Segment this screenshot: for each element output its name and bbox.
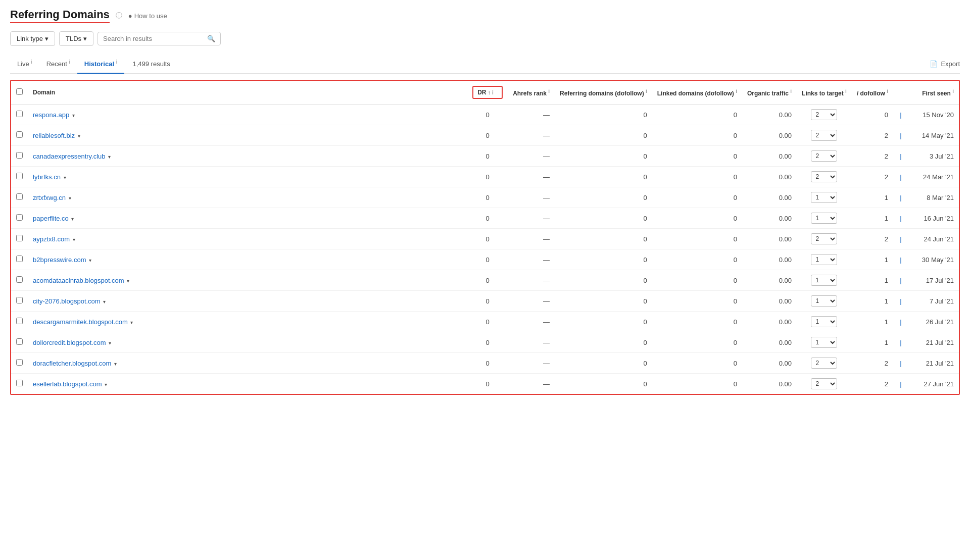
tab-historical[interactable]: Historical i: [77, 54, 125, 74]
domain-link-4[interactable]: zrtxfxwg.cn: [33, 194, 66, 201]
row-checkbox-13[interactable]: [16, 380, 23, 386]
domain-link-3[interactable]: lybrfks.cn: [33, 173, 61, 181]
links-to-target-select-4[interactable]: 1: [811, 192, 837, 203]
links-to-target-select-11[interactable]: 1: [811, 337, 837, 348]
bar-chart-icon-3[interactable]: |: [900, 173, 901, 181]
search-icon[interactable]: 🔍: [207, 35, 215, 42]
domain-link-2[interactable]: canadaexpressentry.club: [33, 152, 106, 160]
row-checkbox-12[interactable]: [16, 359, 23, 366]
bar-chart-icon-11[interactable]: |: [900, 339, 901, 346]
export-button[interactable]: 📄 Export: [930, 56, 960, 72]
link-type-dropdown[interactable]: Link type ▾: [10, 31, 55, 46]
cell-dr-13: 0: [467, 374, 508, 394]
links-to-target-info-icon[interactable]: i: [845, 88, 847, 94]
row-checkbox-6[interactable]: [16, 235, 23, 241]
bar-chart-icon-1[interactable]: |: [900, 132, 901, 139]
bar-chart-icon-9[interactable]: |: [900, 297, 901, 305]
select-all-checkbox[interactable]: [16, 88, 23, 95]
tab-recent[interactable]: Recent i: [39, 54, 77, 74]
links-to-target-select-10[interactable]: 1: [811, 316, 837, 327]
row-checkbox-4[interactable]: [16, 193, 23, 200]
row-checkbox-3[interactable]: [16, 173, 23, 179]
domain-dropdown-icon-13[interactable]: ▾: [105, 382, 107, 387]
links-to-target-select-7[interactable]: 1: [811, 254, 837, 265]
domain-dropdown-icon-0[interactable]: ▾: [72, 113, 75, 118]
domain-dropdown-icon-5[interactable]: ▾: [71, 216, 74, 222]
links-to-target-select-13[interactable]: 2: [811, 378, 837, 389]
cell-bar-9: |: [893, 291, 908, 312]
domain-link-6[interactable]: aypztx8.com: [33, 235, 70, 243]
bar-chart-icon-0[interactable]: |: [900, 111, 901, 119]
domain-dropdown-icon-8[interactable]: ▾: [127, 278, 129, 284]
bar-chart-icon-6[interactable]: |: [900, 235, 901, 243]
col-header-dr[interactable]: DR ↑ i: [472, 86, 503, 99]
bar-chart-icon-8[interactable]: |: [900, 277, 901, 284]
domain-dropdown-icon-4[interactable]: ▾: [69, 195, 71, 201]
cell-ahrefs-3: —: [508, 167, 555, 187]
bar-chart-icon-5[interactable]: |: [900, 215, 901, 222]
bar-chart-icon-12[interactable]: |: [900, 360, 901, 367]
domain-link-13[interactable]: esellerlab.blogspot.com: [33, 380, 102, 388]
organic-info-icon[interactable]: i: [790, 88, 792, 94]
title-info-icon[interactable]: ⓘ: [116, 11, 122, 20]
links-to-target-select-9[interactable]: 1: [811, 295, 837, 307]
cell-ref-domains-11: 0: [555, 332, 652, 353]
cell-dr-7: 0: [467, 249, 508, 270]
cell-dofollow-1: 2: [852, 125, 893, 146]
ahrefs-info-icon[interactable]: i: [548, 88, 550, 94]
domain-link-5[interactable]: paperflite.co: [33, 215, 69, 222]
col-header-domain: Domain: [33, 89, 55, 96]
tlds-dropdown[interactable]: TLDs ▾: [59, 31, 93, 46]
links-to-target-select-12[interactable]: 2: [811, 358, 837, 369]
domain-dropdown-icon-6[interactable]: ▾: [73, 237, 75, 242]
domain-dropdown-icon-9[interactable]: ▾: [103, 299, 106, 304]
bar-chart-icon-2[interactable]: |: [900, 152, 901, 160]
dofollow-info-icon[interactable]: i: [887, 88, 888, 94]
domain-dropdown-icon-10[interactable]: ▾: [130, 320, 133, 325]
search-input[interactable]: [103, 35, 204, 42]
row-checkbox-1[interactable]: [16, 131, 23, 138]
domain-dropdown-icon-2[interactable]: ▾: [108, 154, 111, 160]
links-to-target-select-1[interactable]: 2: [811, 130, 837, 141]
domain-link-12[interactable]: doracfletcher.blogspot.com: [33, 360, 111, 367]
row-checkbox-9[interactable]: [16, 297, 23, 303]
links-to-target-select-3[interactable]: 2: [811, 171, 837, 182]
domain-link-7[interactable]: b2bpresswire.com: [33, 256, 86, 264]
how-to-use-link[interactable]: ● How to use: [128, 12, 167, 20]
links-to-target-select-0[interactable]: 2: [811, 109, 837, 120]
domain-link-9[interactable]: city-2076.blogspot.com: [33, 297, 101, 305]
cell-first-seen-8: 17 Jul '21: [908, 270, 959, 291]
links-to-target-select-6[interactable]: 2: [811, 233, 837, 244]
ref-domains-info-icon[interactable]: i: [646, 88, 647, 94]
bar-chart-icon-13[interactable]: |: [900, 380, 901, 388]
domain-link-11[interactable]: dollorcredit.blogspot.com: [33, 339, 106, 346]
domain-link-0[interactable]: respona.app: [33, 111, 69, 119]
row-checkbox-2[interactable]: [16, 152, 23, 159]
row-checkbox-8[interactable]: [16, 276, 23, 283]
domain-link-8[interactable]: acomdataacinrab.blogspot.com: [33, 277, 124, 284]
bar-chart-icon-10[interactable]: |: [900, 318, 901, 326]
domain-link-10[interactable]: descargamarmitek.blogspot.com: [33, 318, 128, 326]
first-seen-info-icon[interactable]: i: [952, 88, 954, 94]
dr-info-icon[interactable]: i: [492, 90, 494, 95]
row-checkbox-10[interactable]: [16, 318, 23, 324]
domain-dropdown-icon-1[interactable]: ▾: [78, 133, 80, 139]
row-checkbox-5[interactable]: [16, 214, 23, 221]
links-to-target-select-8[interactable]: 1: [811, 275, 837, 286]
domain-dropdown-icon-7[interactable]: ▾: [89, 258, 91, 263]
bar-chart-icon-7[interactable]: |: [900, 256, 901, 264]
tab-live[interactable]: Live i: [10, 54, 39, 74]
cell-dr-11: 0: [467, 332, 508, 353]
domain-dropdown-icon-3[interactable]: ▾: [64, 175, 66, 180]
links-to-target-select-5[interactable]: 1: [811, 213, 837, 224]
bar-chart-icon-4[interactable]: |: [900, 194, 901, 201]
row-checkbox-0[interactable]: [16, 111, 23, 117]
cell-linked-9: 0: [652, 291, 742, 312]
domain-dropdown-icon-11[interactable]: ▾: [109, 340, 111, 346]
row-checkbox-11[interactable]: [16, 338, 23, 345]
domain-dropdown-icon-12[interactable]: ▾: [114, 361, 117, 367]
links-to-target-select-2[interactable]: 2: [811, 150, 837, 162]
linked-domains-info-icon[interactable]: i: [736, 88, 737, 94]
domain-link-1[interactable]: reliablesoft.biz: [33, 132, 75, 139]
row-checkbox-7[interactable]: [16, 256, 23, 262]
